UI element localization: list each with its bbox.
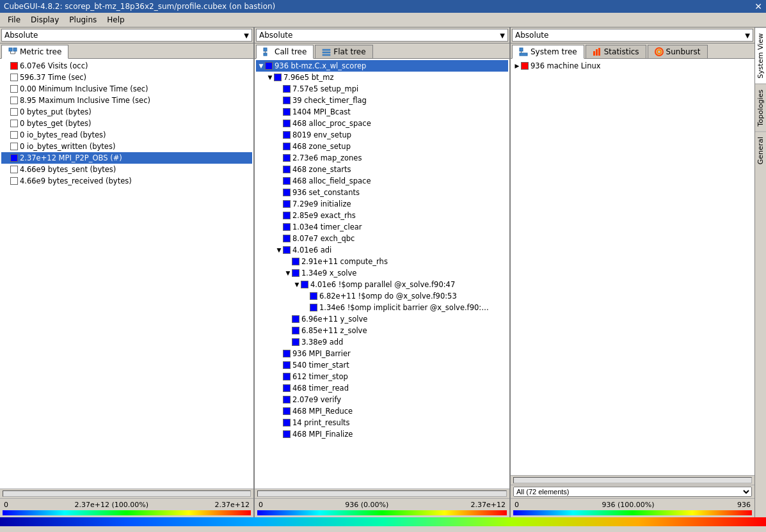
all-elements-select[interactable]: All (72 elements) <box>513 487 752 497</box>
expand-icon[interactable] <box>275 235 283 242</box>
list-item[interactable]: 468 MPI_Reduce <box>256 405 508 417</box>
list-item[interactable]: 0 bytes_get (bytes) <box>1 118 252 129</box>
expand-icon[interactable] <box>284 258 292 265</box>
expand-icon[interactable] <box>275 396 283 403</box>
expand-icon[interactable] <box>3 62 10 70</box>
list-item[interactable]: 6.85e+11 z_solve <box>256 325 508 336</box>
expand-icon[interactable] <box>275 361 283 369</box>
expand-icon[interactable]: ▼ <box>275 246 283 254</box>
list-item[interactable]: 7.29e9 initialize <box>256 198 508 210</box>
menu-file[interactable]: File <box>3 14 26 26</box>
list-item[interactable]: 1404 MPI_Bcast <box>256 106 508 118</box>
menu-help[interactable]: Help <box>102 14 129 26</box>
expand-icon[interactable]: ▼ <box>266 74 274 81</box>
expand-icon[interactable]: ▼ <box>284 269 292 277</box>
expand-icon[interactable] <box>284 327 292 334</box>
menu-display[interactable]: Display <box>26 14 64 26</box>
expand-icon[interactable] <box>275 212 283 219</box>
expand-icon[interactable] <box>275 131 283 139</box>
list-item[interactable]: 8.95 Maximum Inclusive Time (sec) <box>1 95 252 106</box>
list-item[interactable]: ▼936 bt-mz.C.x_wl_scorep <box>256 60 508 72</box>
list-item[interactable]: 468 alloc_proc_space <box>256 118 508 129</box>
left-hscroll[interactable] <box>0 489 253 498</box>
list-item[interactable]: ▼7.96e5 bt_mz <box>256 72 508 83</box>
list-item[interactable]: 3.38e9 add <box>256 336 508 348</box>
list-item[interactable]: ▼4.01e6 !$omp parallel @x_solve.f90:47 <box>256 279 508 290</box>
expand-icon[interactable] <box>302 304 310 311</box>
list-item[interactable]: 6.82e+11 !$omp do @x_solve.f90:53 <box>256 290 508 302</box>
expand-icon[interactable] <box>3 166 10 173</box>
list-item[interactable]: 4.66e9 bytes_sent (bytes) <box>1 164 252 175</box>
expand-icon[interactable]: ▼ <box>257 62 265 70</box>
tab-call-tree[interactable]: Call tree <box>256 45 314 59</box>
expand-icon[interactable] <box>275 407 283 415</box>
expand-icon[interactable] <box>3 131 10 139</box>
list-item[interactable]: 468 MPI_Finalize <box>256 428 508 440</box>
expand-icon[interactable] <box>275 120 283 127</box>
expand-icon[interactable] <box>275 143 283 150</box>
expand-icon[interactable] <box>275 419 283 426</box>
expand-icon[interactable] <box>3 97 10 104</box>
list-item[interactable]: 0 bytes_put (bytes) <box>1 106 252 118</box>
list-item[interactable]: 596.37 Time (sec) <box>1 72 252 83</box>
list-item[interactable]: 14 print_results <box>256 417 508 428</box>
tab-sunburst[interactable]: Sunburst <box>648 45 708 58</box>
list-item[interactable]: 0 io_bytes_written (bytes) <box>1 141 252 152</box>
expand-icon[interactable] <box>3 85 10 93</box>
expand-icon[interactable] <box>275 373 283 380</box>
close-button[interactable]: ✕ <box>754 2 762 11</box>
expand-icon[interactable] <box>275 223 283 231</box>
expand-icon[interactable] <box>3 108 10 116</box>
list-item[interactable]: 2.37e+12 MPI_P2P_OBS (#) <box>1 152 252 164</box>
list-item[interactable]: 6.96e+11 y_solve <box>256 313 508 325</box>
list-item[interactable]: 0.00 Minimum Inclusive Time (sec) <box>1 83 252 95</box>
system-tree-content[interactable]: ▶936 machine Linux <box>511 59 754 475</box>
list-item[interactable]: 468 zone_starts <box>256 164 508 175</box>
call-tree-content[interactable]: ▼936 bt-mz.C.x_wl_scorep▼7.96e5 bt_mz7.5… <box>255 59 509 489</box>
tab-statistics[interactable]: Statistics <box>586 45 646 58</box>
tab-flat-tree[interactable]: Flat tree <box>315 45 372 58</box>
expand-icon[interactable] <box>3 177 10 185</box>
side-tab-general[interactable]: General <box>755 131 766 169</box>
list-item[interactable]: 2.73e6 map_zones <box>256 152 508 164</box>
list-item[interactable]: 7.57e5 setup_mpi <box>256 83 508 95</box>
list-item[interactable]: ▶936 machine Linux <box>512 60 753 72</box>
list-item[interactable]: 1.03e4 timer_clear <box>256 221 508 233</box>
right-hscroll[interactable] <box>511 475 754 485</box>
menu-plugins[interactable]: Plugins <box>64 14 102 26</box>
expand-icon[interactable] <box>275 384 283 392</box>
list-item[interactable]: 468 zone_setup <box>256 141 508 152</box>
expand-icon[interactable]: ▶ <box>513 62 521 70</box>
expand-icon[interactable] <box>275 430 283 438</box>
list-item[interactable]: 6.07e6 Visits (occ) <box>1 60 252 72</box>
list-item[interactable]: 540 timer_start <box>256 359 508 371</box>
list-item[interactable]: 8.07e7 exch_qbc <box>256 233 508 244</box>
center-hscroll[interactable] <box>255 489 509 498</box>
list-item[interactable]: ▼1.34e9 x_solve <box>256 267 508 279</box>
center-dropdown[interactable]: Absolute ▼ <box>256 29 508 42</box>
list-item[interactable]: 0 io_bytes_read (bytes) <box>1 129 252 141</box>
list-item[interactable]: 468 timer_read <box>256 382 508 394</box>
expand-icon[interactable] <box>275 350 283 357</box>
tab-metric-tree[interactable]: Metric tree <box>1 45 68 59</box>
metric-tree-content[interactable]: 6.07e6 Visits (occ)596.37 Time (sec)0.00… <box>0 59 253 489</box>
expand-icon[interactable] <box>275 189 283 196</box>
list-item[interactable]: 936 set_constants <box>256 187 508 198</box>
left-dropdown[interactable]: Absolute ▼ <box>1 29 252 42</box>
expand-icon[interactable] <box>275 97 283 104</box>
expand-icon[interactable] <box>3 74 10 81</box>
list-item[interactable]: 2.85e9 exact_rhs <box>256 210 508 221</box>
expand-icon[interactable] <box>275 154 283 162</box>
list-item[interactable]: 39 check_timer_flag <box>256 95 508 106</box>
list-item[interactable]: 8019 env_setup <box>256 129 508 141</box>
list-item[interactable]: 936 MPI_Barrier <box>256 348 508 359</box>
right-dropdown[interactable]: Absolute ▼ <box>512 29 753 42</box>
expand-icon[interactable] <box>275 200 283 208</box>
list-item[interactable]: 468 alloc_field_space <box>256 175 508 187</box>
list-item[interactable]: 2.91e+11 compute_rhs <box>256 256 508 267</box>
expand-icon[interactable] <box>275 108 283 116</box>
expand-icon[interactable] <box>275 85 283 93</box>
expand-icon[interactable] <box>3 154 10 162</box>
side-tab-topologies[interactable]: Topologies <box>755 84 766 132</box>
list-item[interactable]: 612 timer_stop <box>256 371 508 382</box>
